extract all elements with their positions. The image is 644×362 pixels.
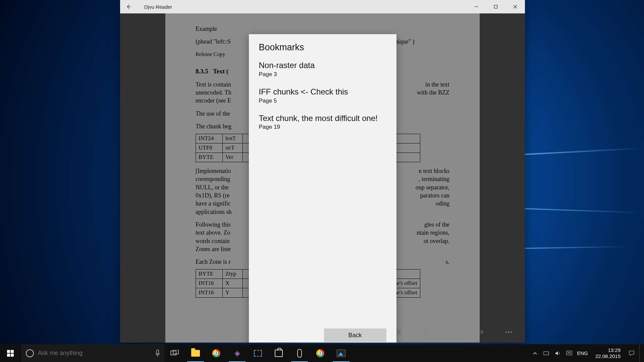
tray-time: 13:29	[595, 347, 621, 353]
taskbar-app-chrome-2[interactable]	[310, 344, 331, 362]
taskbar-app-visual-studio[interactable]: ◈	[227, 344, 248, 362]
tray-clock[interactable]: 13:29 22.08.2015	[592, 347, 624, 359]
back-button[interactable]	[120, 0, 138, 13]
svg-rect-4	[7, 350, 10, 353]
bookmarks-list: Non-raster data Page 3 IFF chunks <- Che…	[249, 56, 396, 322]
svg-rect-10	[173, 350, 178, 354]
taskbar-app-photos[interactable]	[331, 344, 352, 362]
search-input[interactable]	[38, 350, 147, 357]
bookmark-page: Page 5	[259, 98, 386, 104]
task-view-button[interactable]	[164, 344, 185, 362]
taskbar-app-paperclip[interactable]	[289, 344, 310, 362]
tray-network-icon[interactable]	[543, 351, 550, 356]
bookmark-page: Page 3	[259, 71, 386, 78]
tray-ime-icon[interactable]	[566, 351, 573, 356]
dialog-back-button[interactable]: Back	[324, 328, 386, 342]
taskbar-app-chrome[interactable]	[206, 344, 227, 362]
minimize-button[interactable]	[467, 0, 486, 13]
taskbar-app-file-explorer[interactable]	[185, 344, 206, 362]
bookmark-title: IFF chunks <- Check this	[259, 87, 386, 97]
svg-rect-6	[7, 354, 10, 357]
task-buttons: ◈	[164, 344, 352, 362]
system-tray: ENG 13:29 22.08.2015	[527, 344, 644, 362]
start-button[interactable]	[0, 344, 21, 362]
maximize-button[interactable]	[486, 0, 505, 13]
taskbar-app-store[interactable]	[268, 344, 289, 362]
svg-rect-9	[171, 351, 176, 355]
close-button[interactable]	[505, 0, 525, 13]
svg-rect-5	[11, 350, 14, 353]
bookmark-title: Text chunk, the most difficult one!	[259, 114, 386, 123]
cortana-icon	[26, 349, 34, 357]
svg-rect-11	[544, 352, 548, 355]
tray-volume-icon[interactable]	[554, 351, 561, 356]
svg-rect-7	[11, 354, 14, 357]
bookmark-item[interactable]: Text chunk, the most difficult one! Page…	[259, 109, 386, 135]
document-viewport: Example (phead "left::S Dominique" ) Rel…	[120, 13, 525, 343]
taskbar-app-snipping[interactable]	[248, 344, 268, 362]
titlebar: Djvu Reader	[120, 0, 525, 13]
microphone-icon[interactable]	[151, 350, 164, 357]
search-box[interactable]	[21, 344, 164, 362]
app-title: Djvu Reader	[144, 4, 172, 10]
bookmark-item[interactable]: IFF chunks <- Check this Page 5	[259, 82, 386, 109]
tray-language[interactable]: ENG	[577, 350, 588, 356]
taskbar: ◈ ENG 13:29 22.08.2015	[0, 344, 644, 362]
bookmark-title: Non-raster data	[259, 61, 386, 70]
bookmarks-dialog: Bookmarks Non-raster data Page 3 IFF chu…	[249, 34, 396, 343]
show-desktop-button[interactable]	[639, 344, 642, 362]
svg-rect-0	[494, 5, 497, 8]
tray-date: 22.08.2015	[595, 353, 621, 359]
djvu-reader-window: Djvu Reader Example (phead "left::S Domi…	[120, 0, 525, 343]
bookmark-page: Page 19	[259, 124, 386, 130]
tray-chevron-up-icon[interactable]	[531, 352, 539, 355]
tray-action-center-icon[interactable]	[628, 350, 635, 356]
bookmark-item[interactable]: Non-raster data Page 3	[259, 56, 386, 82]
svg-rect-12	[567, 351, 572, 355]
dialog-title: Bookmarks	[249, 34, 396, 56]
svg-rect-8	[157, 350, 159, 354]
